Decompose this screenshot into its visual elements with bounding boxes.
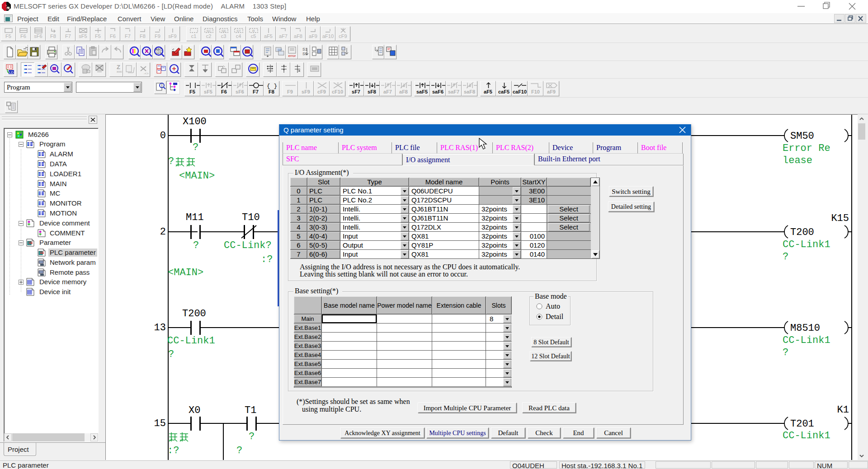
- svg-text:123: 123: [156, 51, 161, 54]
- svg-text:-<>: -<>: [144, 72, 149, 75]
- svg-text:error: error: [288, 54, 296, 58]
- svg-text:S1: S1: [302, 47, 307, 52]
- svg-text:S9: S9: [302, 52, 307, 56]
- svg-text:LD: LD: [9, 70, 13, 75]
- svg-text:xxxx: xxxx: [117, 70, 122, 73]
- svg-text:R: R: [252, 29, 255, 33]
- svg-text:ST: ST: [236, 29, 241, 33]
- svg-text:SC: SC: [206, 29, 211, 33]
- svg-text:{ }: { }: [267, 83, 277, 89]
- svg-text:ABC: ABC: [156, 48, 162, 51]
- svg-text:SE: SE: [221, 29, 226, 33]
- svg-text:Z: Z: [117, 64, 120, 70]
